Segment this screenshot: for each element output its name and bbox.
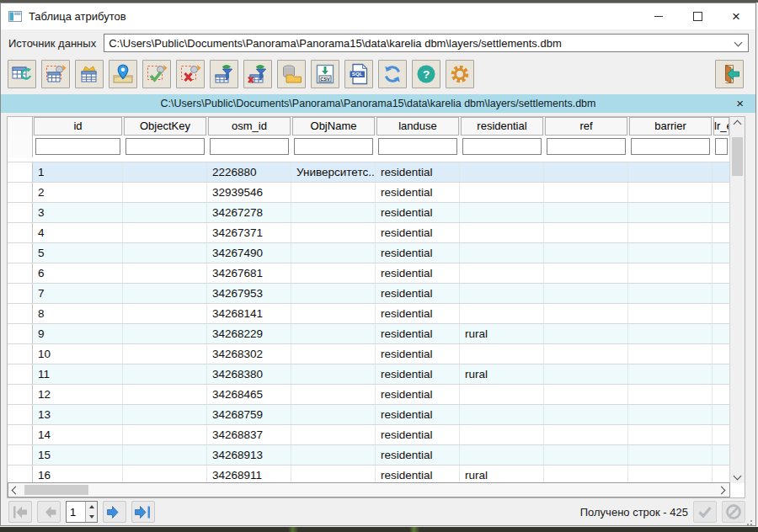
show-on-map-button[interactable] (109, 60, 137, 88)
filter-input-residential[interactable] (462, 138, 542, 155)
horizontal-scroll-thumb[interactable] (24, 485, 88, 495)
row-header-cell[interactable] (8, 304, 33, 323)
cell-ref[interactable] (544, 445, 628, 465)
cell-ObjName[interactable] (291, 385, 376, 404)
cell-ObjName[interactable] (291, 344, 376, 364)
apply-button[interactable] (693, 501, 717, 523)
minimize-button[interactable] (639, 3, 678, 29)
column-header-ref[interactable]: ref (545, 117, 627, 136)
cell-ObjectKey[interactable] (123, 425, 207, 444)
row-header-cell[interactable] (8, 324, 33, 343)
column-header-lr_e[interactable]: lr_e (713, 117, 729, 136)
cell-ref[interactable] (544, 304, 628, 323)
cancel-button[interactable] (722, 501, 745, 523)
cell-ref[interactable] (544, 183, 628, 202)
cell-residential[interactable] (460, 243, 544, 263)
cell-lr_e[interactable] (713, 223, 730, 242)
cell-landuse[interactable]: residential (376, 203, 460, 222)
cell-osm_id[interactable]: 34268913 (207, 445, 291, 465)
cell-ObjectKey[interactable] (123, 183, 207, 202)
cell-id[interactable]: 12 (33, 385, 123, 404)
cell-residential[interactable] (460, 304, 544, 323)
clear-filter-button[interactable] (243, 60, 272, 88)
cell-residential[interactable] (460, 445, 544, 465)
table-row[interactable]: 1034268302residential (8, 344, 730, 364)
cell-ObjectKey[interactable] (123, 203, 207, 222)
cell-lr_e[interactable] (713, 385, 730, 404)
cell-ref[interactable] (544, 243, 628, 263)
titlebar[interactable]: Таблица атрибутов × (1, 3, 755, 29)
cell-barrier[interactable] (628, 344, 713, 364)
cell-osm_id[interactable]: 34268911 (207, 466, 291, 483)
cell-residential[interactable] (460, 284, 544, 303)
table-row[interactable]: 934268229residentialrural (8, 324, 730, 344)
cell-barrier[interactable] (628, 203, 713, 222)
filter-input-osm_id[interactable] (210, 138, 289, 155)
cell-lr_e[interactable] (713, 344, 730, 364)
cell-ObjectKey[interactable] (123, 466, 207, 483)
cell-residential[interactable] (460, 344, 544, 364)
table-row[interactable]: 232939546residential (8, 183, 730, 203)
previous-page-button[interactable] (37, 501, 61, 523)
cell-residential[interactable] (460, 263, 544, 283)
scroll-left-button[interactable] (8, 483, 23, 497)
cell-id[interactable]: 9 (33, 324, 123, 343)
cell-ObjectKey[interactable] (123, 223, 207, 242)
cell-id[interactable]: 10 (33, 344, 123, 364)
cell-barrier[interactable] (628, 425, 713, 444)
cell-residential[interactable] (460, 203, 544, 222)
last-page-button[interactable] (131, 501, 155, 523)
filter-input-ObjName[interactable] (294, 138, 373, 155)
cell-osm_id[interactable]: 34267371 (207, 223, 291, 242)
cell-barrier[interactable] (628, 284, 713, 303)
cell-id[interactable]: 7 (33, 284, 123, 303)
maximize-button[interactable] (678, 3, 717, 29)
cell-lr_e[interactable] (713, 304, 730, 323)
row-header-cell[interactable] (8, 445, 33, 465)
cell-osm_id[interactable]: 34267490 (207, 243, 291, 263)
cell-barrier[interactable] (628, 162, 713, 182)
cell-ref[interactable] (544, 344, 628, 364)
cell-ObjectKey[interactable] (123, 364, 207, 384)
refresh-button[interactable] (378, 60, 407, 88)
cell-osm_id[interactable]: 34268759 (207, 405, 291, 424)
tab-close-icon[interactable]: × (736, 95, 744, 112)
cell-residential[interactable]: rural (460, 466, 544, 483)
cell-id[interactable]: 6 (33, 263, 123, 283)
vertical-scrollbar[interactable] (729, 117, 745, 483)
filter-input-ObjectKey[interactable] (125, 138, 205, 155)
exit-button[interactable] (715, 60, 744, 88)
cell-lr_e[interactable] (713, 162, 730, 182)
table-row[interactable]: 1134268380residentialrural (8, 364, 730, 385)
filter-input-barrier[interactable] (631, 138, 710, 155)
cell-ObjName[interactable] (291, 364, 376, 384)
filter-input-ref[interactable] (547, 138, 626, 155)
table-row[interactable]: 634267681residential (8, 263, 730, 284)
cell-osm_id[interactable]: 34268229 (207, 324, 291, 343)
cell-ref[interactable] (544, 466, 628, 483)
column-header-residential[interactable]: residential (461, 117, 543, 136)
cell-landuse[interactable]: residential (376, 263, 460, 283)
row-header-cell[interactable] (8, 183, 33, 202)
cell-ref[interactable] (544, 324, 628, 343)
cell-ObjName[interactable] (291, 405, 376, 424)
cell-id[interactable]: 11 (33, 364, 123, 384)
cell-landuse[interactable]: residential (376, 385, 460, 404)
resize-grip[interactable] (750, 520, 752, 522)
cell-residential[interactable] (460, 405, 544, 424)
cell-landuse[interactable]: residential (376, 364, 460, 384)
cell-barrier[interactable] (628, 263, 713, 283)
column-header-id[interactable]: id (34, 117, 122, 136)
table-row[interactable]: 834268141residential (8, 304, 730, 324)
select-records-button[interactable] (142, 60, 171, 88)
cell-osm_id[interactable]: 34268380 (207, 364, 291, 384)
cell-ObjName[interactable] (291, 466, 376, 483)
cell-ObjectKey[interactable] (123, 344, 207, 364)
cell-ObjName[interactable] (291, 304, 376, 323)
filter-records-button[interactable] (210, 60, 238, 88)
dataset-tab[interactable]: C:\Users\Public\Documents\Panorama\Panor… (1, 94, 755, 113)
sql-query-button[interactable]: SQL (344, 60, 373, 88)
table-row[interactable]: 534267490residential (8, 243, 730, 263)
cell-ObjName[interactable] (291, 223, 376, 242)
cell-residential[interactable] (460, 385, 544, 404)
